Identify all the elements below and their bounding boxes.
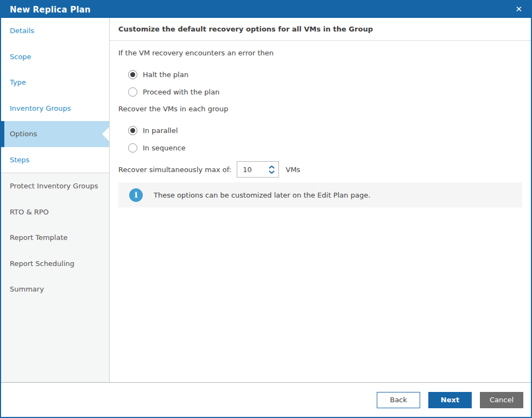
new-replica-plan-dialog: New Replica Plan ✕ Details Scope Type In… xyxy=(0,0,532,418)
sidebar-item-label: Report Scheduling xyxy=(10,259,74,268)
dialog-body: Details Scope Type Inventory Groups Opti… xyxy=(1,18,531,382)
radio-in-sequence[interactable]: In sequence xyxy=(128,143,522,153)
sidebar-item-report-template: Report Template xyxy=(1,225,109,251)
options-form: If the VM recovery encounters an error t… xyxy=(110,41,531,382)
radio-label: Halt the plan xyxy=(143,71,188,79)
radio-proceed-with-the-plan[interactable]: Proceed with the plan xyxy=(128,87,522,97)
sidebar-item-steps[interactable]: Steps xyxy=(1,147,109,173)
sidebar-item-inventory-groups[interactable]: Inventory Groups xyxy=(1,96,109,122)
sidebar-item-label: RTO & RPO xyxy=(10,208,49,216)
sidebar-item-label: Report Template xyxy=(10,233,68,242)
wizard-steps-sidebar: Details Scope Type Inventory Groups Opti… xyxy=(1,18,110,382)
sidebar-item-summary: Summary xyxy=(1,276,109,302)
page-title: Customize the default recovery options f… xyxy=(110,18,531,41)
info-banner: i These options can be customized later … xyxy=(118,182,522,207)
spinner-up-icon[interactable] xyxy=(269,166,275,169)
max-vms-value: 10 xyxy=(237,166,252,174)
radio-button-icon[interactable] xyxy=(128,87,137,97)
radio-in-parallel[interactable]: In parallel xyxy=(128,126,522,135)
spinner-down-icon[interactable] xyxy=(269,170,275,174)
sidebar-item-rto-rpo: RTO & RPO xyxy=(1,199,109,225)
close-icon[interactable]: ✕ xyxy=(515,5,522,14)
sidebar-item-label: Scope xyxy=(10,53,31,61)
sidebar-item-report-scheduling: Report Scheduling xyxy=(1,251,109,277)
radio-button-icon[interactable] xyxy=(128,143,137,153)
radio-button-icon[interactable] xyxy=(128,70,137,79)
max-vms-row: Recover simultaneously max of: 10 VM xyxy=(118,161,522,178)
sidebar-item-options[interactable]: Options xyxy=(1,121,109,147)
sidebar-item-label: Protect Inventory Groups xyxy=(10,182,98,190)
back-button[interactable]: Back xyxy=(377,392,420,408)
info-banner-text: These options can be customized later on… xyxy=(154,191,370,199)
dialog-footer: Back Next Cancel xyxy=(1,382,531,417)
sidebar-item-label: Summary xyxy=(10,285,44,293)
max-vms-suffix: VMs xyxy=(286,166,300,174)
radio-label: Proceed with the plan xyxy=(143,88,219,96)
options-page: Customize the default recovery options f… xyxy=(110,18,531,382)
sidebar-item-details[interactable]: Details xyxy=(1,18,109,44)
title-bar: New Replica Plan ✕ xyxy=(1,1,531,18)
order-group-label: Recover the VMs in each group xyxy=(118,105,522,113)
error-group-label: If the VM recovery encounters an error t… xyxy=(118,49,522,58)
sidebar-item-label: Inventory Groups xyxy=(10,104,71,112)
sidebar-item-label: Options xyxy=(10,130,37,138)
radio-button-icon[interactable] xyxy=(128,126,137,135)
dialog-title: New Replica Plan xyxy=(10,5,91,15)
radio-label: In sequence xyxy=(143,144,186,152)
sidebar-item-label: Type xyxy=(10,78,26,86)
spinner-controls xyxy=(269,162,275,177)
next-button[interactable]: Next xyxy=(428,392,472,408)
sidebar-item-scope[interactable]: Scope xyxy=(1,44,109,70)
radio-halt-the-plan[interactable]: Halt the plan xyxy=(128,70,522,79)
sidebar-item-label: Details xyxy=(10,27,34,35)
max-vms-input[interactable]: 10 xyxy=(237,161,279,178)
sidebar-item-label: Steps xyxy=(10,156,29,164)
cancel-button[interactable]: Cancel xyxy=(480,392,523,408)
info-icon: i xyxy=(129,188,143,202)
sidebar-item-protect-inventory-groups: Protect Inventory Groups xyxy=(1,173,109,199)
max-vms-label: Recover simultaneously max of: xyxy=(118,166,231,174)
sidebar-item-type[interactable]: Type xyxy=(1,69,109,96)
radio-label: In parallel xyxy=(143,126,178,135)
sidebar-upcoming-section: Protect Inventory Groups RTO & RPO Repor… xyxy=(1,173,109,382)
